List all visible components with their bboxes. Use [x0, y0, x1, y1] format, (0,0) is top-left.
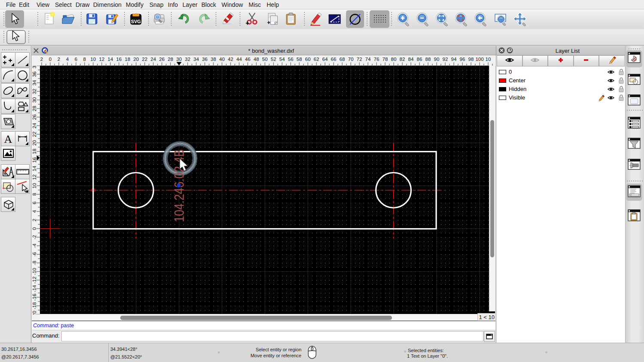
svg-text:60: 60: [305, 57, 311, 62]
svg-text:52: 52: [271, 57, 276, 62]
svg-text:-8: -8: [32, 261, 37, 265]
svg-text:36: 36: [32, 72, 37, 77]
svg-text:18: 18: [125, 57, 131, 62]
svg-text:A: A: [4, 133, 12, 145]
svg-text:82: 82: [400, 57, 405, 62]
svg-text:42: 42: [228, 57, 234, 62]
svg-text:38: 38: [32, 66, 37, 68]
svg-text:86: 86: [417, 57, 422, 62]
svg-text:28: 28: [168, 57, 173, 62]
svg-text:-10: -10: [32, 268, 37, 275]
svg-text:SVG: SVG: [131, 19, 141, 24]
svg-text:16: 16: [32, 157, 37, 163]
svg-text:C: C: [630, 194, 632, 196]
svg-text:0: 0: [49, 57, 52, 62]
svg-text:26: 26: [159, 57, 165, 62]
svg-text:12: 12: [99, 57, 105, 62]
svg-text:90: 90: [434, 57, 440, 62]
svg-text:94: 94: [451, 57, 457, 62]
svg-text:-2: -2: [32, 235, 37, 239]
svg-text:22: 22: [32, 132, 37, 137]
svg-text:2: 2: [32, 219, 37, 221]
svg-text:-12: -12: [32, 277, 37, 284]
svg-text:78: 78: [383, 57, 388, 62]
svg-text:98: 98: [468, 57, 474, 62]
svg-text:0: 0: [32, 227, 37, 230]
svg-text:-20: -20: [32, 311, 37, 314]
svg-text:50: 50: [262, 57, 268, 62]
svg-text:-18: -18: [32, 302, 37, 310]
svg-text:32: 32: [185, 57, 191, 62]
svg-text:100: 100: [475, 57, 483, 62]
svg-text:10: 10: [32, 183, 37, 189]
svg-text:4: 4: [66, 57, 69, 62]
svg-text:4: 4: [32, 210, 37, 213]
svg-text:72: 72: [357, 57, 362, 62]
svg-text:84: 84: [408, 57, 414, 62]
svg-text:28: 28: [32, 106, 37, 112]
svg-text:16: 16: [116, 57, 122, 62]
svg-text:6: 6: [32, 202, 37, 204]
svg-text:62: 62: [314, 57, 319, 62]
svg-text:14: 14: [108, 57, 113, 62]
svg-text:24: 24: [32, 123, 37, 128]
svg-text:40: 40: [219, 57, 225, 62]
svg-text:56: 56: [288, 57, 294, 62]
svg-text:-16: -16: [32, 294, 37, 301]
svg-text:2: 2: [58, 57, 60, 62]
svg-text:-14: -14: [32, 285, 37, 292]
svg-text:92: 92: [443, 57, 448, 62]
svg-text:58: 58: [297, 57, 302, 62]
svg-text:-6: -6: [32, 252, 37, 256]
svg-text:80: 80: [391, 57, 397, 62]
svg-text:44: 44: [237, 57, 242, 62]
svg-text:68: 68: [340, 57, 345, 62]
svg-text:12: 12: [32, 175, 37, 180]
svg-text:96: 96: [460, 57, 465, 62]
svg-text:20: 20: [134, 57, 139, 62]
svg-text:64: 64: [322, 57, 328, 62]
svg-text:38: 38: [211, 57, 216, 62]
svg-text:88: 88: [425, 57, 431, 62]
svg-text:22: 22: [142, 57, 148, 62]
svg-text:-4: -4: [32, 243, 37, 248]
svg-text:26: 26: [32, 115, 37, 120]
svg-text:+: +: [267, 19, 270, 26]
svg-text:36: 36: [202, 57, 208, 62]
svg-text:32: 32: [32, 89, 37, 94]
svg-text:+: +: [246, 20, 249, 27]
svg-text:10: 10: [91, 57, 96, 62]
svg-text:10: 10: [486, 57, 491, 62]
svg-text:2: 2: [40, 57, 43, 62]
svg-text:74: 74: [365, 57, 371, 62]
svg-text:34: 34: [194, 57, 199, 62]
svg-text:70: 70: [348, 57, 354, 62]
svg-text:34: 34: [32, 80, 37, 85]
svg-text:48: 48: [254, 57, 259, 62]
svg-text:8: 8: [32, 193, 37, 196]
svg-text:14: 14: [32, 166, 37, 171]
svg-text:66: 66: [331, 57, 337, 62]
svg-text:24: 24: [151, 57, 156, 62]
svg-text:8: 8: [83, 57, 86, 62]
svg-text:54: 54: [279, 57, 285, 62]
svg-text:6: 6: [75, 57, 77, 62]
svg-text:76: 76: [374, 57, 380, 62]
svg-text:20: 20: [32, 140, 37, 146]
svg-text:30: 30: [32, 97, 37, 103]
svg-text:30: 30: [176, 57, 182, 62]
svg-text:18: 18: [32, 149, 37, 154]
svg-text:46: 46: [245, 57, 251, 62]
